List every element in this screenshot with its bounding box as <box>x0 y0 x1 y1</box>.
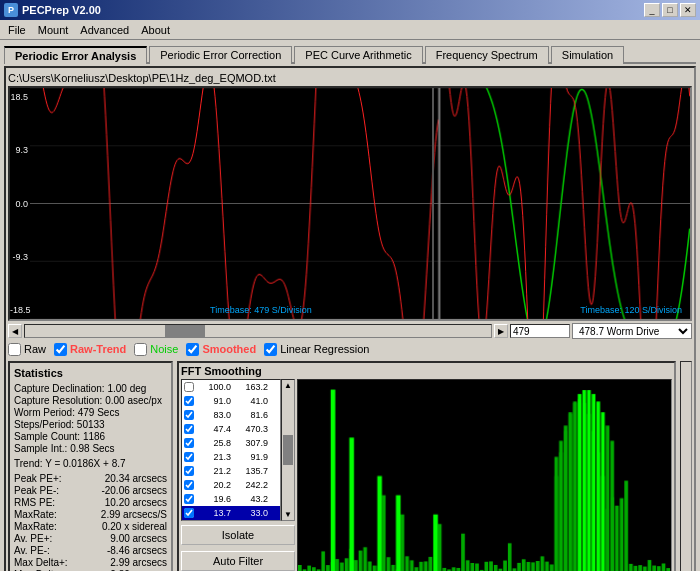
stat-steps: Steps/Period: 50133 <box>14 419 167 430</box>
fft-list-item[interactable]: 47.4470.3 <box>182 422 280 436</box>
y-label-upper: 9.3 <box>10 145 30 155</box>
stat-max-delta-pos: Max Delta+: 2.99 arcsecs <box>14 557 167 568</box>
tab-periodic-error-correction[interactable]: Periodic Error Correction <box>149 46 292 64</box>
raw-checkbox[interactable] <box>8 343 21 356</box>
scroll-right-button[interactable]: ▶ <box>494 324 508 338</box>
fft-list-item[interactable]: 83.081.6 <box>182 408 280 422</box>
fft-list-container: 100.0163.291.041.083.081.647.4470.325.83… <box>181 379 295 571</box>
y-label-lower: -9.3 <box>10 252 30 262</box>
fft-item-mag: 100.0 <box>196 382 231 392</box>
y-label-mid: 0.0 <box>10 199 30 209</box>
stat-sample-count: Sample Count: 1186 <box>14 431 167 442</box>
fft-item-period: 163.2 <box>233 382 268 392</box>
fft-item-checkbox[interactable] <box>184 494 194 504</box>
menu-file[interactable]: File <box>2 22 32 38</box>
stats-panel: Statistics Capture Declination: 1.00 deg… <box>8 361 173 571</box>
minimize-button[interactable]: _ <box>644 3 660 17</box>
smoothed-checkbox-label[interactable]: Smoothed <box>186 343 256 356</box>
stat-maxrate-sid: MaxRate: 0.20 x sidereal <box>14 521 167 532</box>
raw-trend-checkbox-label[interactable]: Raw-Trend <box>54 343 126 356</box>
tab-simulation[interactable]: Simulation <box>551 46 624 64</box>
fft-item-mag: 21.3 <box>196 452 231 462</box>
fft-list-item[interactable]: 91.041.0 <box>182 394 280 408</box>
fft-item-checkbox[interactable] <box>184 466 194 476</box>
fft-item-period: 81.6 <box>233 410 268 420</box>
raw-checkbox-label[interactable]: Raw <box>8 343 46 356</box>
worm-drive-dropdown[interactable]: 478.7 Worm Drive <box>572 323 692 339</box>
fft-item-mag: 19.6 <box>196 494 231 504</box>
fft-item-checkbox[interactable] <box>184 452 194 462</box>
fft-item-checkbox[interactable] <box>184 424 194 434</box>
fft-item-period: 470.3 <box>233 424 268 434</box>
title-bar: P PECPrep V2.00 _ □ ✕ <box>0 0 700 20</box>
tab-row: Periodic Error Analysis Periodic Error C… <box>4 44 696 64</box>
fft-list-item[interactable]: 19.643.2 <box>182 492 280 506</box>
fft-item-period: 307.9 <box>233 438 268 448</box>
fft-panel: FFT Smoothing 100.0163.291.041.083.081.6… <box>177 361 676 571</box>
linreg-checkbox[interactable] <box>264 343 277 356</box>
scroll-value-input[interactable] <box>510 324 570 338</box>
fft-item-mag: 13.7 <box>196 508 231 518</box>
menu-mount[interactable]: Mount <box>32 22 75 38</box>
app-title: PECPrep V2.00 <box>22 4 101 16</box>
fft-list-item[interactable]: 21.2135.7 <box>182 464 280 478</box>
fft-item-checkbox[interactable] <box>184 438 194 448</box>
fft-list-item[interactable]: 25.8307.9 <box>182 436 280 450</box>
stat-av-neg: Av. PE-: -8.46 arcsecs <box>14 545 167 556</box>
fft-chart-container: ◀ ▶ Cursor: Period=558.6 S MagLimit ◀ <box>297 379 672 571</box>
stat-sample-int: Sample Int.: 0.98 Secs <box>14 443 167 454</box>
fft-list-item[interactable]: 21.391.9 <box>182 450 280 464</box>
fft-list-item[interactable]: 20.2242.2 <box>182 478 280 492</box>
fft-scroll-down[interactable]: ▼ <box>284 510 292 519</box>
fft-item-period: 43.2 <box>233 494 268 504</box>
stat-maxrate-s: MaxRate: 2.99 arcsecs/S <box>14 509 167 520</box>
tab-pec-curve-arithmetic[interactable]: PEC Curve Arithmetic <box>294 46 422 64</box>
tab-frequency-spectrum[interactable]: Frequency Spectrum <box>425 46 549 64</box>
timebase-left-label: Timebase: 479 S/Division <box>210 305 312 315</box>
fft-list-item[interactable]: 100.0163.2 <box>182 380 280 394</box>
fft-item-checkbox[interactable] <box>184 508 194 518</box>
stat-peak-neg: Peak PE-: -20.06 arcsecs <box>14 485 167 496</box>
fft-chart-canvas <box>298 380 671 571</box>
menu-bar: File Mount Advanced About <box>0 20 700 40</box>
fft-item-checkbox[interactable] <box>184 396 194 406</box>
noise-checkbox-label[interactable]: Noise <box>134 343 178 356</box>
fft-item-period: 41.0 <box>233 396 268 406</box>
app-icon: P <box>4 3 18 17</box>
linreg-checkbox-label[interactable]: Linear Regression <box>264 343 369 356</box>
main-scrollbar[interactable] <box>24 324 492 338</box>
smoothed-checkbox[interactable] <box>186 343 199 356</box>
isolate-button[interactable]: Isolate <box>181 525 295 545</box>
fft-list[interactable]: 100.0163.291.041.083.081.647.4470.325.83… <box>181 379 281 521</box>
fft-list-item[interactable]: 13.733.0 <box>182 506 280 520</box>
noise-checkbox[interactable] <box>134 343 147 356</box>
file-path: C:\Users\Korneliusz\Desktop\PE\1Hz_deg_E… <box>8 72 692 84</box>
auto-filter-button[interactable]: Auto Filter <box>181 551 295 571</box>
y-label-bottom: -18.5 <box>10 305 30 315</box>
fft-item-mag: 83.0 <box>196 410 231 420</box>
fft-vscrollbar[interactable]: ▲ ▼ <box>281 379 295 521</box>
close-button[interactable]: ✕ <box>680 3 696 17</box>
main-container: Periodic Error Analysis Periodic Error C… <box>0 40 700 571</box>
chart-area: 18.5 9.3 0.0 -9.3 -18.5 Timebase: 479 S/… <box>8 86 692 321</box>
fft-scroll-up[interactable]: ▲ <box>284 381 292 390</box>
scroll-left-button[interactable]: ◀ <box>8 324 22 338</box>
stats-title: Statistics <box>14 367 167 379</box>
fft-item-checkbox[interactable] <box>184 382 194 392</box>
fft-list-with-scroll: 100.0163.291.041.083.081.647.4470.325.83… <box>181 379 295 521</box>
fft-item-period: 91.9 <box>233 452 268 462</box>
stat-av-pos: Av. PE+: 9.00 arcsecs <box>14 533 167 544</box>
fft-item-mag: 25.8 <box>196 438 231 448</box>
fft-item-checkbox[interactable] <box>184 410 194 420</box>
menu-about[interactable]: About <box>135 22 176 38</box>
menu-advanced[interactable]: Advanced <box>74 22 135 38</box>
stat-worm-period: Worm Period: 479 Secs <box>14 407 167 418</box>
checkbox-row: Raw Raw-Trend Noise Smoothed Linear Regr… <box>8 341 692 357</box>
fft-item-checkbox[interactable] <box>184 480 194 490</box>
stat-peak-pos: Peak PE+: 20.34 arcsecs <box>14 473 167 484</box>
tab-periodic-error-analysis[interactable]: Periodic Error Analysis <box>4 46 147 64</box>
fft-item-period: 33.0 <box>233 508 268 518</box>
timebase-right-label: Timebase: 120 S/Division <box>580 305 682 315</box>
raw-trend-checkbox[interactable] <box>54 343 67 356</box>
maximize-button[interactable]: □ <box>662 3 678 17</box>
